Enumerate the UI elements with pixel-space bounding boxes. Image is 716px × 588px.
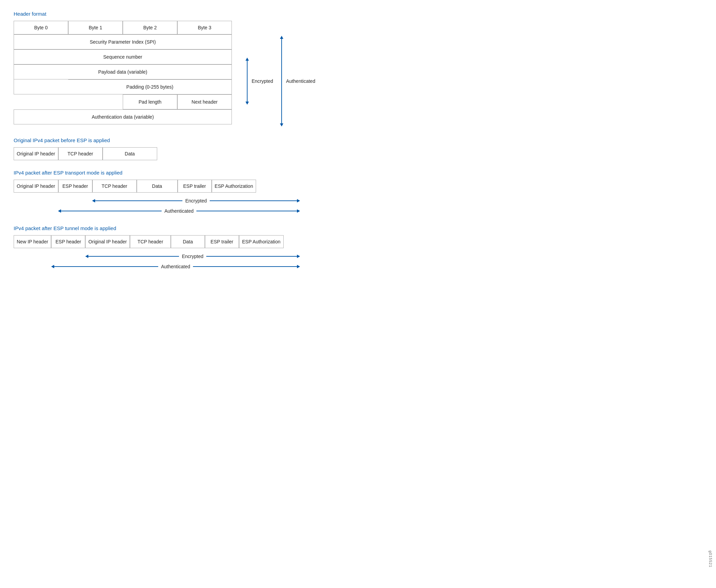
transport-mode-section: IPv4 packet after ESP transport mode is … — [14, 170, 344, 216]
byte1-cell: Byte 1 — [68, 21, 123, 34]
transport-auth-line2 — [196, 211, 297, 211]
tunnel-mode-section: IPv4 packet after ESP tunnel mode is app… — [14, 225, 344, 271]
tr-data: Data — [137, 180, 178, 193]
tunnel-encrypted-arrow-left — [85, 255, 88, 258]
encrypted-label: Encrypted — [252, 78, 273, 84]
tunnel-auth-arrow-right — [297, 265, 300, 268]
transport-encrypted-line2 — [210, 200, 297, 201]
tunnel-authenticated-arrow: Authenticated — [51, 264, 300, 269]
header-format-title: Header format — [14, 11, 344, 17]
encrypted-annotation: Encrypted — [245, 36, 273, 126]
padnext-spacer — [14, 94, 123, 109]
tunnel-auth-arrow-left — [51, 265, 54, 268]
bytes-row: Byte 0 Byte 1 Byte 2 Byte 3 — [14, 21, 232, 34]
transport-mode-title: IPv4 packet after ESP transport mode is … — [14, 170, 344, 176]
tunnel-encrypted-line — [88, 256, 179, 257]
transport-encrypted-arrow-right — [297, 199, 300, 202]
original-ipv4-row: Original IP header TCP header Data — [14, 147, 344, 160]
original-ipv4-title: Original IPv4 packet before ESP is appli… — [14, 137, 344, 143]
tr-tcp-header: TCP header — [92, 180, 137, 193]
tn-new-ip-header: New IP header — [14, 235, 51, 248]
transport-mode-row: Original IP header ESP header TCP header… — [14, 180, 344, 193]
tunnel-encrypted-arrow-right — [297, 255, 300, 258]
original-ipv4-section: Original IPv4 packet before ESP is appli… — [14, 137, 344, 160]
tn-data: Data — [171, 235, 205, 248]
spi-cell: Security Parameter Index (SPI) — [14, 34, 232, 49]
tunnel-encrypted-label: Encrypted — [179, 254, 206, 259]
payload-cell: Payload data (variable) — [14, 64, 232, 79]
seq-row: Sequence number — [14, 49, 232, 64]
next-header-cell: Next header — [177, 94, 232, 109]
encrypted-arrow-up — [245, 58, 249, 61]
tunnel-encrypted-line2 — [206, 256, 297, 257]
transport-encrypted-arrow-container: Encrypted — [14, 196, 344, 206]
transport-auth-arrow-right — [297, 209, 300, 213]
tn-esp-auth: ESP Authorization — [239, 235, 284, 248]
tr-orig-ip-header: Original IP header — [14, 180, 58, 193]
hf-annotations: Encrypted Authenticated — [245, 21, 315, 126]
hf-container: Byte 0 Byte 1 Byte 2 Byte 3 Security Par… — [14, 21, 344, 126]
byte2-cell: Byte 2 — [123, 21, 177, 34]
orig-data: Data — [103, 147, 157, 160]
tr-esp-auth: ESP Authorization — [212, 180, 256, 193]
encrypted-arrow-line — [247, 61, 248, 102]
tr-esp-header: ESP header — [58, 180, 92, 193]
tunnel-auth-line2 — [193, 266, 297, 267]
header-format-section: Header format Byte 0 Byte 1 Byte 2 Byte … — [14, 11, 344, 126]
byte0-cell: Byte 0 — [14, 21, 68, 34]
transport-auth-arrow-left — [58, 209, 61, 213]
transport-auth-line — [61, 211, 162, 211]
seq-cell: Sequence number — [14, 49, 232, 64]
tunnel-auth-label: Authenticated — [158, 264, 193, 269]
transport-authenticated-arrow-container: Authenticated — [14, 206, 344, 216]
hf-diagram: Byte 0 Byte 1 Byte 2 Byte 3 Security Par… — [14, 21, 232, 124]
orig-tcp-header: TCP header — [58, 147, 103, 160]
auth-data-cell: Authentication data (variable) — [14, 109, 232, 124]
orig-ip-header: Original IP header — [14, 147, 58, 160]
transport-encrypted-line — [95, 200, 182, 201]
spi-row: Security Parameter Index (SPI) — [14, 34, 232, 49]
transport-authenticated-arrow: Authenticated — [58, 208, 300, 214]
tn-tcp-header: TCP header — [130, 235, 171, 248]
transport-encrypted-label: Encrypted — [182, 198, 209, 203]
transport-encrypted-arrow: Encrypted — [92, 198, 300, 203]
auth-arrow-up — [280, 36, 283, 39]
padding-row: Padding (0-255 bytes) — [14, 79, 232, 94]
transport-encrypted-arrow-left — [92, 199, 95, 202]
authenticated-label: Authenticated — [286, 78, 315, 84]
tn-esp-header: ESP header — [51, 235, 85, 248]
pad-length-cell: Pad length — [123, 94, 177, 109]
byte3-cell: Byte 3 — [177, 21, 232, 34]
padnext-row: Pad length Next header — [14, 94, 232, 109]
tn-esp-trailer: ESP trailer — [205, 235, 239, 248]
tunnel-auth-line — [54, 266, 158, 267]
transport-auth-label: Authenticated — [162, 208, 196, 214]
auth-row: Authentication data (variable) — [14, 109, 232, 124]
padding-cell: Padding (0-255 bytes) — [68, 79, 232, 94]
payload-row: Payload data (variable) — [14, 64, 232, 79]
tn-orig-ip-header: Original IP header — [85, 235, 130, 248]
encrypted-arrow-down — [245, 102, 249, 105]
tunnel-mode-row: New IP header ESP header Original IP hea… — [14, 235, 344, 248]
tr-esp-trailer: ESP trailer — [178, 180, 212, 193]
tunnel-authenticated-arrow-container: Authenticated — [14, 262, 344, 271]
auth-arrow-line — [281, 39, 282, 123]
tunnel-encrypted-arrow: Encrypted — [85, 254, 300, 259]
padding-indent — [14, 79, 68, 94]
authenticated-annotation: Authenticated — [280, 36, 315, 126]
tunnel-mode-title: IPv4 packet after ESP tunnel mode is app… — [14, 225, 344, 231]
tunnel-encrypted-arrow-container: Encrypted — [14, 252, 344, 261]
auth-arrow-down — [280, 123, 283, 126]
